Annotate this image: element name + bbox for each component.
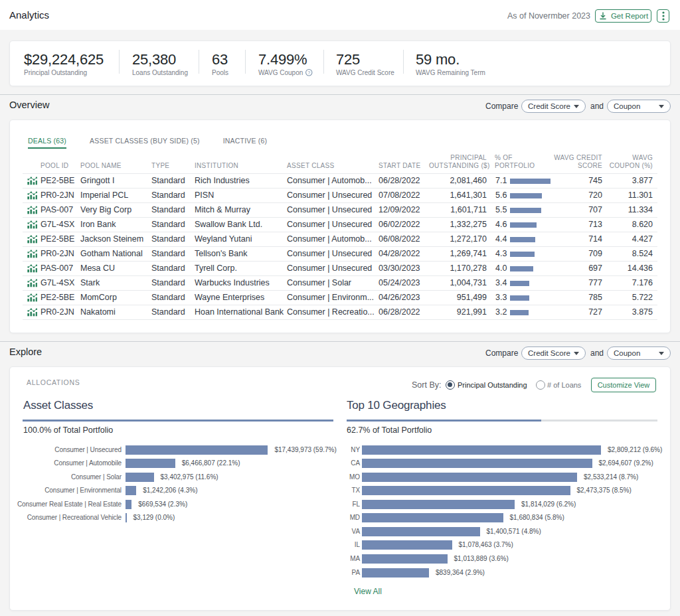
svg-text:?: ? [307, 70, 310, 76]
